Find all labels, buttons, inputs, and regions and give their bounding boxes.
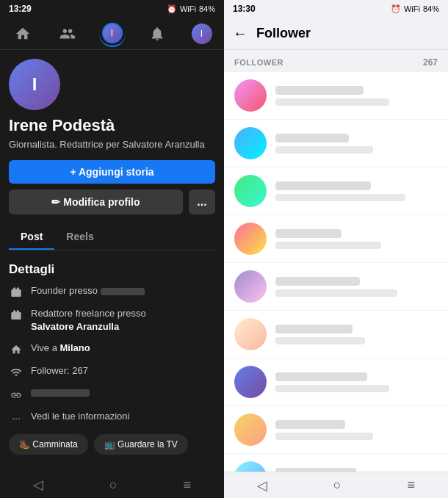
back-button-right[interactable]: ◁ <box>248 474 276 497</box>
list-item[interactable] <box>224 167 448 215</box>
time-right: 13:30 <box>233 4 256 14</box>
tv-button[interactable]: 📺 Guardare la TV <box>94 434 188 455</box>
follower-info <box>275 86 438 106</box>
follower-header: ← Follower <box>224 18 448 50</box>
wifi-icon: WiFi <box>180 4 196 13</box>
bell-nav-icon[interactable] <box>144 21 170 47</box>
detail-redattore: Redattore freelance pressoSalvatore Aran… <box>9 307 215 333</box>
avatar <box>234 223 267 255</box>
list-item[interactable] <box>224 454 448 472</box>
avatar <box>234 461 267 472</box>
more-options-button[interactable]: ... <box>189 190 215 214</box>
follower-info <box>275 277 438 297</box>
follower-info <box>275 420 438 440</box>
home-icon <box>9 342 24 357</box>
battery-left: 84% <box>199 4 215 13</box>
info-text: Vedi le tue informazioni <box>31 410 215 423</box>
follower-info <box>275 134 438 154</box>
detail-info[interactable]: ··· Vedi le tue informazioni <box>9 410 215 425</box>
follower-list-header: FOLLOWER 267 <box>224 50 448 72</box>
list-item[interactable] <box>224 120 448 167</box>
follower-name <box>275 181 371 190</box>
detail-link <box>9 387 215 403</box>
list-item[interactable] <box>224 358 448 406</box>
wifi-icon-right: WiFi <box>404 4 420 13</box>
avatar <box>234 318 267 350</box>
home-button-right[interactable]: ○ <box>325 474 350 496</box>
detail-follower[interactable]: Follower: 267 <box>9 364 215 380</box>
profile-bio: Giornalista. Redattrice per Salvatore Ar… <box>9 138 215 151</box>
follower-name <box>275 325 353 333</box>
avatar <box>234 79 267 112</box>
follower-title: Follower <box>256 26 311 41</box>
follower-sub <box>275 194 405 201</box>
home-button-left[interactable]: ○ <box>101 474 126 496</box>
avatar <box>234 175 267 207</box>
follower-count-text: Follower: 267 <box>31 364 215 378</box>
nav-avatar: I <box>102 23 123 43</box>
follower-sub <box>275 242 381 249</box>
follower-name <box>275 277 360 286</box>
battery-right: 84% <box>423 4 439 13</box>
profile-nav-icon[interactable]: I <box>99 21 126 47</box>
bottom-nav-right: ◁ ○ ≡ <box>224 472 448 498</box>
profile-content: I Irene Podestà Giornalista. Redattrice … <box>0 50 224 472</box>
follower-info <box>275 181 438 201</box>
menu-button-left[interactable]: ≡ <box>175 474 200 496</box>
detail-founder: Founder presso <box>9 284 215 300</box>
status-icons-left: ⏰ WiFi 84% <box>167 4 215 14</box>
bottom-nav-left: ◁ ○ ≡ <box>0 472 224 498</box>
action-buttons: 🥾 Camminata 📺 Guardare la TV <box>9 434 215 455</box>
follower-info <box>275 325 438 344</box>
ellipsis-icon: ··· <box>9 411 24 425</box>
follower-sub <box>275 289 397 297</box>
tab-reels[interactable]: Reels <box>54 225 105 250</box>
time-left: 13:29 <box>9 4 32 14</box>
home-nav-icon[interactable] <box>10 21 36 47</box>
follower-list <box>224 72 448 472</box>
follower-name <box>275 86 364 95</box>
briefcase2-icon <box>9 308 24 322</box>
back-arrow-button[interactable]: ← <box>233 25 248 42</box>
menu-button-right[interactable]: ≡ <box>399 474 424 496</box>
follower-sub <box>275 337 365 344</box>
people-nav-icon[interactable] <box>54 21 81 47</box>
follower-info <box>275 229 438 249</box>
city-text: Vive a Milano <box>31 342 215 355</box>
follower-sub <box>275 433 373 440</box>
alarm-icon-right: ⏰ <box>391 4 401 14</box>
tab-post[interactable]: Post <box>9 225 54 250</box>
right-panel: 13:30 ⏰ WiFi 84% ← Follower FOLLOWER 267 <box>224 0 448 498</box>
nav-bar-left: I I <box>0 18 224 50</box>
follower-sub <box>275 385 389 392</box>
details-title: Dettagli <box>9 262 215 277</box>
list-item[interactable] <box>224 311 448 358</box>
camminata-button[interactable]: 🥾 Camminata <box>9 434 88 455</box>
list-item[interactable] <box>224 215 448 263</box>
avatar <box>234 127 267 159</box>
link-placeholder <box>31 387 215 400</box>
signal-icon <box>9 365 24 380</box>
detail-city: Vive a Milano <box>9 342 215 357</box>
follower-section-label: FOLLOWER <box>234 58 283 67</box>
list-item[interactable] <box>224 72 448 120</box>
follower-name <box>275 229 342 238</box>
follower-name <box>275 372 367 381</box>
redattore-text: Redattore freelance pressoSalvatore Aran… <box>31 307 215 333</box>
link-icon <box>9 388 24 403</box>
add-story-button[interactable]: + Aggiungi storia <box>9 160 215 184</box>
list-item[interactable] <box>224 263 448 311</box>
list-item[interactable] <box>224 406 448 454</box>
edit-profile-button[interactable]: ✏ Modifica profilo <box>9 190 183 214</box>
left-panel: 13:29 ⏰ WiFi 84% I I I Irene Podestà G <box>0 0 224 498</box>
profile-action-row: ✏ Modifica profilo ... <box>9 190 215 214</box>
avatar <box>234 366 267 398</box>
avatar-nav-icon[interactable]: I <box>189 21 215 47</box>
briefcase-icon <box>9 285 24 300</box>
avatar <box>234 270 267 303</box>
follower-sub <box>275 98 389 106</box>
follower-section-count: 267 <box>423 57 438 68</box>
back-button-left[interactable]: ◁ <box>24 474 52 496</box>
follower-name <box>275 420 345 429</box>
profile-avatar: I <box>9 59 60 110</box>
